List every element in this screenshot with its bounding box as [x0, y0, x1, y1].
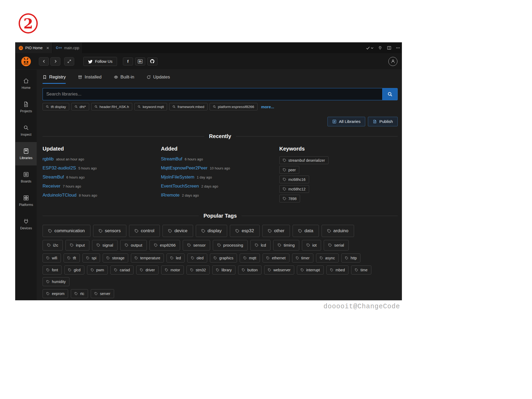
tag-button[interactable]: spi: [82, 253, 100, 263]
sidebar-item-inspect[interactable]: Inspect: [15, 119, 37, 142]
account-button[interactable]: [388, 57, 397, 66]
tab-main-cpp[interactable]: C++ main.cpp: [53, 43, 83, 53]
library-link[interactable]: MqttEspnowPeer2Peer: [161, 165, 207, 171]
tab-installed[interactable]: Installed: [78, 74, 101, 84]
search-input[interactable]: [43, 88, 382, 100]
tag-button[interactable]: humidity: [43, 277, 69, 286]
quick-search-chip[interactable]: keyword:mqtt: [134, 103, 167, 110]
more-actions-button[interactable]: [396, 46, 400, 50]
tag-button[interactable]: lcd: [250, 240, 271, 251]
tag-button[interactable]: arduino: [322, 225, 354, 237]
tag-button[interactable]: stm32: [186, 265, 210, 275]
forward-button[interactable]: [50, 57, 60, 66]
tag-button[interactable]: iot: [302, 240, 321, 251]
tag-button[interactable]: cariad: [110, 265, 134, 275]
library-link[interactable]: IRremote: [161, 193, 180, 198]
run-task-button[interactable]: [366, 46, 373, 50]
linkedin-button[interactable]: in: [135, 57, 145, 65]
library-link[interactable]: rgblib: [43, 156, 54, 162]
tag-button[interactable]: device: [163, 225, 193, 237]
facebook-button[interactable]: f: [123, 57, 133, 65]
library-link[interactable]: MjoInFileSystem: [161, 174, 194, 180]
expand-button[interactable]: [64, 57, 74, 66]
library-link[interactable]: StreamBuf: [43, 174, 64, 180]
tag-button[interactable]: input: [65, 240, 89, 251]
library-link[interactable]: StreamBuf: [161, 156, 182, 162]
library-link[interactable]: EventTouchScreen: [161, 184, 199, 189]
library-link[interactable]: ESP32-audioI2S: [43, 165, 76, 171]
tag-button[interactable]: pwm: [87, 265, 108, 275]
tag-button[interactable]: timer: [292, 253, 313, 263]
keyword-chip[interactable]: mc68hc12: [279, 185, 309, 193]
tag-button[interactable]: font: [43, 265, 62, 275]
tag-button[interactable]: control: [129, 225, 160, 237]
more-link[interactable]: more...: [261, 105, 274, 109]
back-button[interactable]: [39, 57, 49, 66]
github-button[interactable]: [147, 57, 157, 65]
tag-button[interactable]: glcd: [64, 265, 84, 275]
tag-button[interactable]: rtc: [71, 289, 88, 298]
keyword-chip[interactable]: mc68hc16: [279, 176, 309, 183]
quick-search-chip[interactable]: header:RH_ASK.h: [91, 103, 132, 110]
tag-button[interactable]: mqtt: [240, 253, 260, 263]
tag-button[interactable]: sensor: [183, 240, 210, 251]
sidebar-item-devices[interactable]: Devices: [15, 212, 37, 236]
tag-button[interactable]: processing: [213, 240, 248, 251]
tag-button[interactable]: interrupt: [297, 265, 323, 275]
tag-button[interactable]: motor: [161, 265, 184, 275]
keyword-chip[interactable]: streambuf deserializer: [279, 156, 329, 164]
tag-button[interactable]: esp8266: [149, 240, 180, 251]
quick-search-chip[interactable]: tft display: [43, 103, 69, 110]
tag-button[interactable]: led: [167, 253, 185, 263]
tag-button[interactable]: temperature: [131, 253, 164, 263]
tag-button[interactable]: storage: [103, 253, 128, 263]
tab-pio-home[interactable]: PIO Home: [15, 43, 53, 53]
tag-button[interactable]: button: [238, 265, 261, 275]
sidebar-item-boards[interactable]: Boards: [15, 165, 37, 189]
tag-button[interactable]: eeprom: [43, 289, 68, 298]
tab-built-in[interactable]: Built-in: [114, 74, 134, 84]
sidebar-item-platforms[interactable]: Platforms: [15, 189, 37, 212]
tab-updates[interactable]: Updates: [147, 74, 170, 84]
tag-button[interactable]: graphics: [210, 253, 237, 263]
tag-button[interactable]: sensors: [93, 225, 126, 237]
tag-button[interactable]: i2c: [43, 240, 63, 251]
library-link[interactable]: ArduinoIoTCloud: [43, 193, 77, 198]
sidebar-item-home[interactable]: Home: [15, 72, 37, 95]
quick-search-chip[interactable]: dht*: [71, 103, 89, 110]
sidebar-item-libraries[interactable]: Libraries: [15, 142, 37, 165]
tag-button[interactable]: library: [212, 265, 235, 275]
tag-button[interactable]: webserver: [264, 265, 294, 275]
tab-registry[interactable]: Registry: [43, 74, 66, 84]
library-link[interactable]: Receiver: [43, 184, 60, 189]
all-libraries-button[interactable]: All Libraries: [327, 117, 365, 126]
sidebar-item-projects[interactable]: Projects: [15, 95, 37, 119]
quick-search-chip[interactable]: platform:espressif8266: [210, 103, 257, 110]
publish-button[interactable]: Publish: [368, 117, 398, 126]
tag-button[interactable]: other: [262, 225, 290, 237]
split-editor-button[interactable]: [387, 45, 392, 50]
tag-button[interactable]: esp32: [230, 225, 260, 237]
tag-button[interactable]: data: [293, 225, 319, 237]
tag-button[interactable]: display: [196, 225, 227, 237]
tag-button[interactable]: wifi: [43, 253, 61, 263]
serial-monitor-icon[interactable]: [378, 45, 383, 50]
tag-button[interactable]: ethernet: [263, 253, 289, 263]
tag-button[interactable]: driver: [136, 265, 159, 275]
tag-button[interactable]: serial: [324, 240, 348, 251]
follow-us-button[interactable]: Follow Us: [83, 57, 117, 66]
tag-button[interactable]: tft: [64, 253, 80, 263]
tag-button[interactable]: signal: [92, 240, 118, 251]
tag-button[interactable]: time: [351, 265, 371, 275]
close-icon[interactable]: [46, 47, 49, 49]
tag-button[interactable]: async: [316, 253, 339, 263]
tag-button[interactable]: communication: [43, 225, 90, 237]
tag-button[interactable]: timing: [273, 240, 299, 251]
tag-button[interactable]: http: [341, 253, 360, 263]
search-button[interactable]: [382, 88, 398, 100]
keyword-chip[interactable]: 7898: [279, 195, 300, 202]
keyword-chip[interactable]: peer: [279, 166, 299, 174]
tag-button[interactable]: output: [120, 240, 147, 251]
quick-search-chip[interactable]: framework:mbed: [169, 103, 207, 110]
tag-button[interactable]: server: [91, 289, 114, 298]
